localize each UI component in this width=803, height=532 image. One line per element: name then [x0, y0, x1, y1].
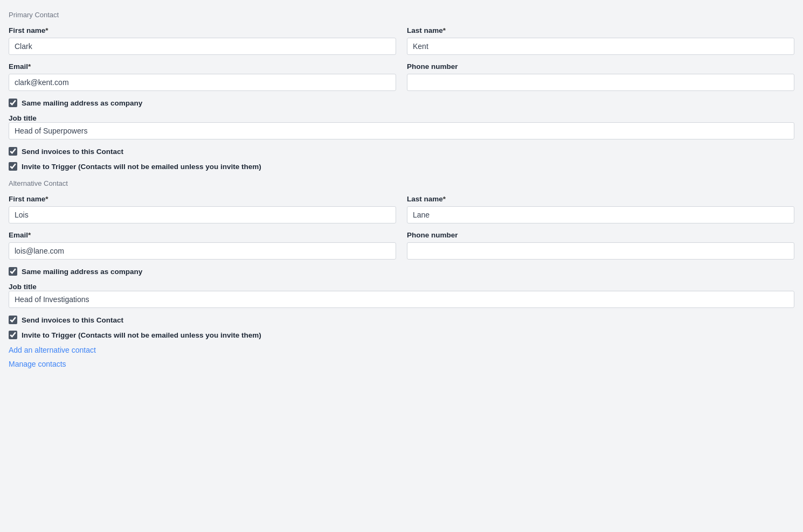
primary-last-name-input[interactable]: [407, 38, 794, 55]
primary-job-title-label: Job title: [9, 114, 37, 122]
primary-phone-group: Phone number: [407, 62, 794, 91]
primary-last-name-group: Last name*: [407, 26, 794, 55]
primary-same-address-label[interactable]: Same mailing address as company: [22, 99, 142, 107]
alternative-contact-section: Alternative Contact First name* Last nam…: [9, 179, 794, 339]
alt-invite-checkbox[interactable]: [9, 331, 17, 339]
primary-email-group: Email*: [9, 62, 396, 91]
primary-phone-label: Phone number: [407, 62, 794, 71]
primary-first-name-required: *: [45, 26, 48, 34]
alternative-contact-title: Alternative Contact: [9, 179, 794, 187]
alt-email-row: Email* Phone number: [9, 231, 794, 260]
alt-first-name-label: First name*: [9, 195, 396, 203]
primary-last-name-required: *: [443, 26, 446, 34]
alt-phone-input[interactable]: [407, 242, 794, 260]
primary-invite-label[interactable]: Invite to Trigger (Contacts will not be …: [22, 163, 261, 171]
alt-name-row: First name* Last name*: [9, 195, 794, 223]
primary-email-row: Email* Phone number: [9, 62, 794, 91]
alt-invite-label[interactable]: Invite to Trigger (Contacts will not be …: [22, 331, 261, 339]
alt-email-label: Email*: [9, 231, 396, 239]
alt-same-address-row: Same mailing address as company: [9, 267, 794, 276]
primary-email-required: *: [28, 62, 31, 71]
primary-same-address-row: Same mailing address as company: [9, 99, 794, 107]
alt-invite-row: Invite to Trigger (Contacts will not be …: [9, 331, 794, 339]
alt-job-title-input[interactable]: [9, 291, 794, 308]
primary-first-name-group: First name*: [9, 26, 396, 55]
alt-email-group: Email*: [9, 231, 396, 260]
alt-phone-label: Phone number: [407, 231, 794, 239]
primary-contact-section: Primary Contact First name* Last name* E…: [9, 11, 794, 171]
add-alternative-contact-button[interactable]: Add an alternative contact: [9, 346, 96, 354]
primary-phone-input[interactable]: [407, 74, 794, 91]
manage-contacts-row: Manage contacts: [9, 360, 794, 368]
alt-last-name-required: *: [443, 195, 446, 203]
primary-invite-checkbox[interactable]: [9, 162, 17, 171]
alt-send-invoices-row: Send invoices to this Contact: [9, 316, 794, 324]
primary-send-invoices-row: Send invoices to this Contact: [9, 147, 794, 156]
primary-name-row: First name* Last name*: [9, 26, 794, 55]
alt-last-name-label: Last name*: [407, 195, 794, 203]
primary-email-input[interactable]: [9, 74, 396, 91]
alt-first-name-input[interactable]: [9, 206, 396, 223]
alt-same-address-checkbox[interactable]: [9, 267, 17, 276]
alt-send-invoices-checkbox[interactable]: [9, 316, 17, 324]
primary-contact-title: Primary Contact: [9, 11, 794, 19]
alt-first-name-group: First name*: [9, 195, 396, 223]
primary-job-title-group: Job title: [9, 114, 794, 139]
primary-send-invoices-checkbox[interactable]: [9, 147, 17, 156]
alt-email-input[interactable]: [9, 242, 396, 260]
alt-email-required: *: [28, 231, 31, 239]
alt-same-address-label[interactable]: Same mailing address as company: [22, 268, 142, 276]
primary-same-address-checkbox[interactable]: [9, 99, 17, 107]
primary-email-label: Email*: [9, 62, 396, 71]
alt-phone-group: Phone number: [407, 231, 794, 260]
alt-job-title-label: Job title: [9, 283, 37, 291]
primary-first-name-label: First name*: [9, 26, 396, 34]
primary-invite-row: Invite to Trigger (Contacts will not be …: [9, 162, 794, 171]
primary-job-title-input[interactable]: [9, 122, 794, 139]
alt-send-invoices-label[interactable]: Send invoices to this Contact: [22, 316, 123, 324]
alt-last-name-group: Last name*: [407, 195, 794, 223]
primary-last-name-label: Last name*: [407, 26, 794, 34]
add-contact-row: Add an alternative contact: [9, 346, 794, 354]
primary-send-invoices-label[interactable]: Send invoices to this Contact: [22, 148, 123, 156]
primary-first-name-input[interactable]: [9, 38, 396, 55]
alt-first-name-required: *: [45, 195, 48, 203]
alt-last-name-input[interactable]: [407, 206, 794, 223]
manage-contacts-button[interactable]: Manage contacts: [9, 360, 66, 368]
alt-job-title-group: Job title: [9, 282, 794, 308]
